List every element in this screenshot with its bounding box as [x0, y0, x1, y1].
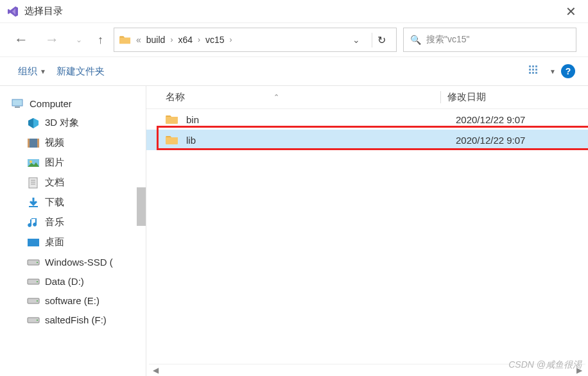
- chevron-right-icon[interactable]: ›: [230, 35, 232, 44]
- chevron-down-icon: ▼: [40, 68, 46, 75]
- sidebar-item-label: 视频: [45, 137, 64, 149]
- svg-rect-4: [532, 69, 534, 71]
- title-bar: 选择目录 ✕: [0, 0, 588, 23]
- file-row[interactable]: lib2020/12/22 9:07: [146, 130, 588, 150]
- column-headers: 名称 ⌃ 修改日期: [146, 86, 588, 109]
- chevron-right-icon[interactable]: ›: [198, 35, 200, 44]
- drive-icon: [27, 256, 40, 268]
- file-row[interactable]: bin2020/12/22 9:07: [146, 109, 588, 130]
- sidebar-item-label: 图片: [45, 157, 64, 169]
- computer-icon: [12, 98, 24, 109]
- sidebar-item[interactable]: 图片: [12, 153, 143, 173]
- drive-icon: [27, 314, 40, 325]
- svg-rect-21: [28, 239, 39, 246]
- sidebar-item-label: 3D 对象: [45, 117, 79, 129]
- help-button[interactable]: ?: [561, 64, 575, 78]
- organize-button[interactable]: 组织 ▼: [13, 62, 51, 81]
- scroll-left-icon[interactable]: ◀: [149, 366, 162, 375]
- svg-rect-7: [532, 72, 534, 74]
- svg-point-25: [37, 281, 38, 282]
- breadcrumb-item[interactable]: vc15: [205, 35, 225, 45]
- chevron-right-icon[interactable]: ›: [170, 35, 173, 44]
- sidebar-item[interactable]: 桌面: [12, 232, 143, 252]
- sidebar-item-label: Windows-SSD (: [45, 257, 113, 268]
- music-icon: [27, 217, 40, 228]
- window-title: 选择目录: [24, 5, 560, 17]
- watermark-text: CSDN @咸鱼很渴: [508, 359, 582, 371]
- close-button[interactable]: ✕: [560, 4, 582, 19]
- sort-indicator-icon: ⌃: [273, 93, 279, 101]
- svg-rect-20: [29, 206, 38, 207]
- up-button[interactable]: ↑: [94, 30, 107, 51]
- sidebar-item-label: 音乐: [45, 216, 64, 228]
- svg-rect-8: [535, 72, 537, 74]
- address-dropdown[interactable]: ⌄: [349, 33, 364, 46]
- history-dropdown[interactable]: ⌄: [71, 31, 87, 48]
- view-options-button[interactable]: ▼: [524, 62, 561, 81]
- breadcrumb-overflow[interactable]: «: [136, 35, 141, 45]
- svg-point-23: [37, 262, 38, 263]
- svg-rect-6: [529, 72, 531, 74]
- svg-rect-9: [12, 99, 22, 106]
- sidebar-item[interactable]: 下载: [12, 192, 143, 212]
- doc-icon: [27, 177, 40, 189]
- sidebar-item-label: 文档: [45, 176, 64, 189]
- svg-rect-1: [532, 65, 534, 67]
- file-list-pane: 名称 ⌃ 修改日期 bin2020/12/22 9:07lib2020/12/2…: [146, 86, 588, 376]
- drive-icon: [27, 275, 40, 287]
- sidebar-scrollbar[interactable]: [137, 187, 146, 226]
- file-name: bin: [186, 114, 456, 125]
- svg-rect-13: [37, 139, 39, 148]
- folder-icon: [166, 114, 178, 125]
- svg-rect-0: [529, 65, 531, 67]
- svg-rect-10: [15, 107, 20, 108]
- forward-button[interactable]: →: [40, 28, 64, 52]
- sidebar-item[interactable]: Data (D:): [12, 271, 143, 291]
- file-name: lib: [186, 135, 456, 146]
- svg-point-27: [37, 300, 38, 302]
- chevron-down-icon: ▼: [549, 68, 556, 75]
- sidebar-item-computer[interactable]: Computer: [12, 94, 143, 113]
- column-header-name[interactable]: 名称 ⌃: [166, 91, 440, 103]
- breadcrumb-item[interactable]: build: [146, 35, 166, 45]
- search-input[interactable]: 🔍 搜索"vc15": [403, 28, 576, 52]
- sidebar-item-label: software (E:): [45, 295, 99, 306]
- drive-icon: [27, 295, 40, 306]
- breadcrumb: build › x64 › vc15 ›: [146, 35, 343, 45]
- back-button[interactable]: ←: [9, 28, 33, 52]
- file-date: 2020/12/22 9:07: [456, 114, 525, 125]
- down-icon: [27, 197, 40, 209]
- folder-icon: [166, 134, 178, 146]
- 3d-icon: [27, 117, 40, 129]
- sidebar-item[interactable]: Windows-SSD (: [12, 252, 143, 271]
- sidebar-item[interactable]: saltedFish (F:): [12, 310, 143, 329]
- svg-point-29: [37, 320, 38, 321]
- folder-icon: [119, 34, 131, 46]
- svg-rect-16: [29, 178, 37, 188]
- sidebar-item-label: 桌面: [45, 236, 64, 248]
- column-header-date[interactable]: 修改日期: [440, 91, 486, 103]
- search-placeholder: 搜索"vc15": [426, 34, 470, 46]
- svg-rect-12: [28, 139, 30, 148]
- nav-bar: ← → ⌄ ↑ « build › x64 › vc15 › ⌄ ↻ 🔍 搜索"…: [0, 23, 588, 56]
- sidebar-item[interactable]: 音乐: [12, 212, 143, 232]
- desk-icon: [27, 237, 40, 248]
- svg-rect-5: [535, 69, 537, 71]
- video-icon: [27, 137, 40, 149]
- sidebar-item[interactable]: 文档: [12, 173, 143, 192]
- svg-rect-2: [535, 65, 537, 67]
- sidebar-item-label: Data (D:): [45, 276, 84, 287]
- sidebar-item-label: 下载: [45, 196, 64, 209]
- refresh-button[interactable]: ↻: [372, 33, 391, 47]
- vs-icon: [6, 5, 19, 18]
- sidebar-item[interactable]: software (E:): [12, 291, 143, 310]
- search-icon: 🔍: [410, 35, 421, 45]
- breadcrumb-item[interactable]: x64: [178, 35, 193, 45]
- svg-point-15: [30, 160, 32, 163]
- pic-icon: [27, 157, 40, 169]
- address-bar[interactable]: « build › x64 › vc15 › ⌄ ↻: [114, 28, 397, 52]
- view-icon: [529, 65, 543, 77]
- sidebar-item[interactable]: 视频: [12, 133, 143, 153]
- sidebar-item[interactable]: 3D 对象: [12, 113, 143, 133]
- new-folder-button[interactable]: 新建文件夹: [51, 62, 110, 81]
